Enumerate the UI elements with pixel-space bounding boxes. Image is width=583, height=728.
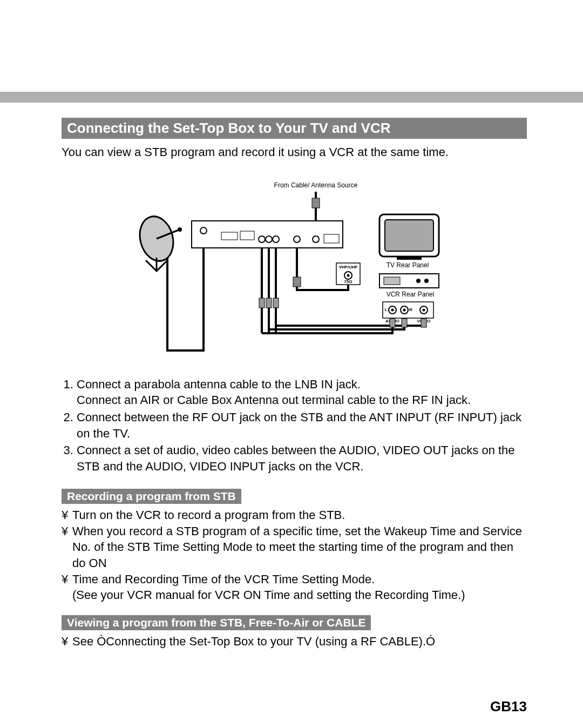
- vcr-icon: [379, 274, 439, 288]
- svg-text:R: R: [409, 307, 412, 312]
- svg-point-25: [424, 279, 429, 283]
- page-content: Connecting the Set-Top Box to Your TV an…: [0, 118, 583, 728]
- tv-icon: [379, 214, 439, 260]
- svg-rect-21: [397, 257, 422, 260]
- sub2-bullets: ¥See ÒConnecting the Set-Top Box to your…: [62, 633, 527, 650]
- svg-rect-18: [312, 198, 320, 208]
- diagram-label-vcr-rear: VCR Rear Panel: [387, 291, 435, 298]
- svg-text:L: L: [385, 307, 388, 312]
- section-title: Connecting the Set-Top Box to Your TV an…: [62, 118, 527, 139]
- svg-point-35: [403, 308, 406, 311]
- top-gray-bar: [0, 92, 583, 103]
- svg-rect-47: [402, 319, 407, 327]
- svg-point-37: [423, 308, 425, 311]
- svg-point-29: [347, 274, 350, 277]
- step-2: Connect between the RF OUT jack on the S…: [77, 409, 527, 441]
- svg-point-6: [178, 227, 182, 232]
- svg-text:75Ω: 75Ω: [344, 279, 352, 284]
- svg-point-24: [416, 279, 421, 283]
- svg-rect-48: [421, 319, 426, 327]
- sub1-bullets: ¥Turn on the VCR to record a program fro…: [62, 507, 527, 603]
- stb-rear-icon: [192, 221, 343, 248]
- sub2-title: Viewing a program from the STB, Free-To-…: [62, 615, 371, 630]
- svg-rect-23: [384, 277, 400, 285]
- svg-rect-20: [385, 220, 433, 251]
- svg-rect-46: [390, 319, 395, 327]
- sub1-title: Recording a program from STB: [62, 489, 241, 504]
- svg-rect-8: [192, 221, 343, 248]
- steps-list: Connect a parabola antenna cable to the …: [62, 376, 527, 475]
- step-3: Connect a set of audio, video cables bet…: [77, 442, 527, 474]
- satellite-dish-icon: [135, 212, 182, 271]
- svg-point-33: [391, 308, 394, 311]
- page-number: GB13: [62, 698, 527, 715]
- svg-rect-42: [259, 298, 265, 308]
- svg-rect-45: [293, 277, 301, 287]
- svg-rect-44: [273, 298, 279, 308]
- connection-diagram: From Cable/ Antenna Source TV Rear Panel…: [116, 177, 472, 355]
- svg-text:VHF/UHF: VHF/UHF: [339, 265, 358, 269]
- diagram-label-tv-rear: TV Rear Panel: [387, 261, 429, 269]
- diagram-label-source: From Cable/ Antenna Source: [274, 181, 358, 189]
- tv-vhf-panel-icon: VHF/UHF 75Ω: [336, 263, 360, 285]
- step-1: Connect a parabola antenna cable to the …: [77, 376, 527, 408]
- intro-text: You can view a STB program and record it…: [62, 144, 527, 160]
- svg-rect-43: [266, 298, 272, 308]
